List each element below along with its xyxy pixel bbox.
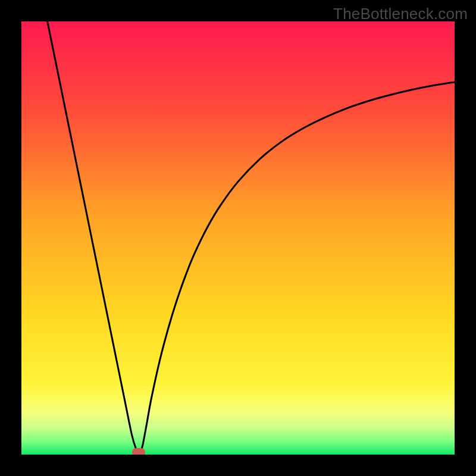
plot-area — [21, 21, 455, 455]
watermark-text: TheBottleneck.com — [333, 5, 468, 23]
curve-layer — [21, 21, 455, 455]
bottleneck-curve — [48, 21, 455, 453]
chart-frame: TheBottleneck.com — [0, 0, 476, 476]
min-marker — [132, 448, 145, 455]
